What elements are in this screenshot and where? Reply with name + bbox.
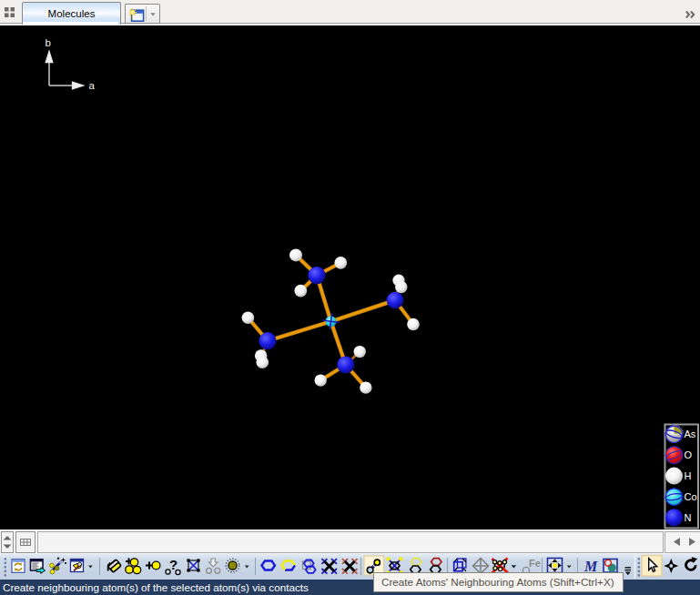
svg-text:As: As [685,429,696,439]
svg-text:N: N [685,512,692,523]
svg-text:a: a [89,80,96,91]
svg-text:O: O [685,449,693,460]
svg-text:Co: Co [685,491,697,502]
svg-text:Fe: Fe [529,558,541,569]
svg-text:H: H [685,470,692,481]
svg-text:b: b [46,37,51,48]
